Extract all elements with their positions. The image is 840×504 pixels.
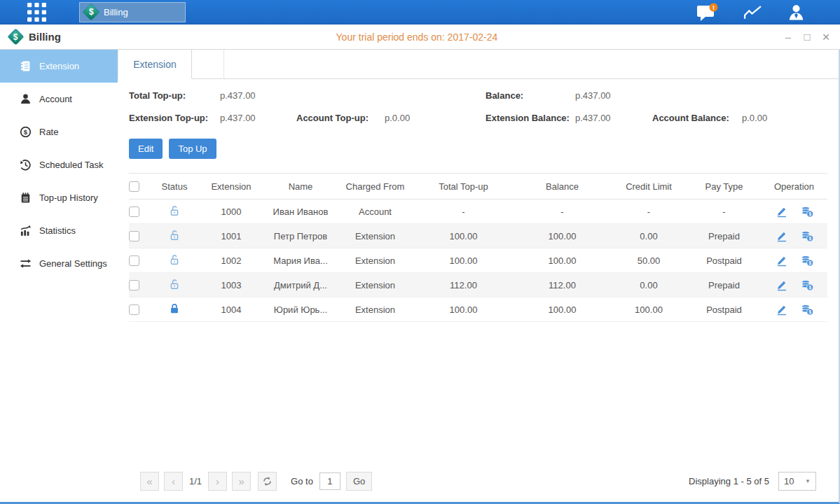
table-row: 1004Юрий Юрь...Extension100.00100.00100.… bbox=[129, 298, 827, 322]
prev-page-button[interactable]: ‹ bbox=[164, 472, 183, 491]
column-header-balance: Balance bbox=[514, 174, 610, 200]
table-row: 1002Мария Ива...Extension100.00100.0050.… bbox=[129, 248, 827, 273]
lock-closed-icon[interactable] bbox=[168, 302, 181, 315]
lock-open-icon[interactable] bbox=[168, 253, 181, 266]
edit-pencil-icon[interactable] bbox=[776, 230, 788, 242]
summary-panel: Total Top-up: p.437.00 Balance: p.437.00… bbox=[129, 90, 827, 123]
sidebar-item-label: Rate bbox=[39, 127, 58, 137]
page-size-select[interactable]: 10 ▼ bbox=[778, 472, 816, 491]
next-page-button[interactable]: › bbox=[208, 472, 227, 491]
minimize-icon[interactable]: – bbox=[783, 31, 794, 42]
taskbar-tab-billing[interactable]: $ Billing bbox=[79, 2, 186, 22]
notifications-chat-icon[interactable]: ! bbox=[696, 3, 718, 22]
topup-coins-icon[interactable]: $ bbox=[801, 304, 813, 316]
cell-pay-type: Postpaid bbox=[687, 298, 761, 322]
sidebar-item-general-settings[interactable]: General Settings bbox=[0, 247, 118, 280]
window-controls: – □ × bbox=[783, 30, 832, 43]
tab-extension[interactable]: Extension bbox=[118, 50, 192, 79]
billing-diamond-icon: $ bbox=[82, 3, 99, 20]
last-page-button[interactable]: » bbox=[232, 472, 251, 491]
statistics-chart-icon[interactable] bbox=[743, 4, 762, 20]
lock-open-icon[interactable] bbox=[168, 278, 181, 290]
table-row: 1000Иван ИвановAccount----$ bbox=[129, 200, 827, 224]
cell-charged-from: Extension bbox=[338, 273, 413, 298]
select-all-checkbox[interactable] bbox=[129, 181, 139, 192]
cell-total-topup: 100.00 bbox=[413, 298, 514, 322]
chevron-down-icon: ▼ bbox=[805, 478, 811, 484]
column-header-total-top-up: Total Top-up bbox=[413, 174, 514, 200]
column-header-pay-type: Pay Type bbox=[687, 174, 761, 200]
cell-pay-type: Prepaid bbox=[687, 224, 761, 248]
edit-pencil-icon[interactable] bbox=[776, 206, 788, 218]
account-balance-value: p.0.00 bbox=[742, 113, 827, 123]
user-account-icon[interactable] bbox=[787, 4, 805, 20]
app-screen: $ Billing ! bbox=[0, 0, 840, 504]
tab-extension-label: Extension bbox=[133, 59, 176, 70]
edit-pencil-icon[interactable] bbox=[776, 255, 788, 267]
cell-operation: $ bbox=[761, 200, 827, 224]
row-checkbox[interactable] bbox=[129, 255, 139, 266]
cell-credit-limit: 50.00 bbox=[610, 248, 687, 273]
cell-extension: 1004 bbox=[199, 298, 263, 322]
row-checkbox[interactable] bbox=[129, 231, 139, 241]
cell-total-topup: 112.00 bbox=[413, 273, 514, 298]
goto-label: Go to bbox=[291, 476, 313, 486]
page-size-value: 10 bbox=[784, 476, 794, 486]
apps-grid-icon[interactable] bbox=[27, 2, 46, 22]
account-topup-label: Account Top-up: bbox=[296, 113, 385, 123]
extension-balance-label: Extension Balance: bbox=[486, 113, 575, 123]
sidebar-item-label: Statistics bbox=[39, 225, 76, 236]
lock-open-icon[interactable] bbox=[168, 204, 181, 217]
balance-value: p.437.00 bbox=[575, 90, 652, 101]
go-button[interactable]: Go bbox=[346, 472, 372, 491]
maximize-icon[interactable]: □ bbox=[801, 31, 813, 42]
sidebar-item-statistics[interactable]: Statistics bbox=[0, 214, 118, 247]
trial-notice: Your trial period ends on: 2017-02-24 bbox=[336, 24, 498, 49]
sidebar-item-top-up-history[interactable]: Top-up History bbox=[0, 181, 118, 214]
window-titlebar: $ Billing Your trial period ends on: 201… bbox=[0, 24, 840, 50]
sidebar-item-extension[interactable]: Extension bbox=[0, 50, 118, 83]
balance-label: Balance: bbox=[486, 90, 575, 101]
goto-page-input[interactable] bbox=[319, 472, 340, 490]
column-header-extension: Extension bbox=[199, 174, 263, 200]
clock-icon bbox=[20, 159, 32, 171]
svg-text:$: $ bbox=[808, 211, 811, 216]
sidebar-item-label: General Settings bbox=[39, 258, 107, 269]
cell-charged-from: Extension bbox=[338, 248, 413, 273]
ledger-icon bbox=[20, 60, 32, 72]
cell-total-topup: 100.00 bbox=[413, 224, 514, 248]
sidebar-item-scheduled-task[interactable]: Scheduled Task bbox=[0, 148, 118, 181]
cell-extension: 1003 bbox=[199, 273, 263, 298]
row-checkbox[interactable] bbox=[129, 206, 139, 217]
notepad-icon bbox=[20, 192, 32, 204]
cell-total-topup: - bbox=[413, 200, 514, 224]
lock-open-icon[interactable] bbox=[168, 229, 181, 241]
sidebar-item-rate[interactable]: $Rate bbox=[0, 115, 118, 148]
cell-name: Юрий Юрь... bbox=[263, 298, 338, 322]
edit-pencil-icon[interactable] bbox=[776, 279, 788, 291]
taskbar-right-icons: ! bbox=[696, 3, 805, 22]
close-icon[interactable]: × bbox=[820, 30, 832, 43]
row-checkbox[interactable] bbox=[129, 280, 139, 290]
row-checkbox[interactable] bbox=[129, 304, 139, 315]
pagination-bar: « ‹ 1/1 › » Go to Go bbox=[129, 470, 827, 502]
topup-coins-icon[interactable]: $ bbox=[801, 279, 813, 291]
total-topup-label: Total Top-up: bbox=[129, 90, 220, 101]
cell-pay-type: - bbox=[687, 200, 761, 224]
cell-balance: 100.00 bbox=[514, 248, 610, 273]
topup-coins-icon[interactable]: $ bbox=[801, 206, 813, 218]
window-body: ExtensionAccount$RateScheduled TaskTop-u… bbox=[0, 50, 840, 504]
cell-charged-from: Account bbox=[338, 200, 413, 224]
topup-coins-icon[interactable]: $ bbox=[801, 255, 813, 267]
topup-coins-icon[interactable]: $ bbox=[801, 230, 813, 242]
apps-grid-glyph bbox=[27, 3, 46, 22]
displaying-text: Displaying 1 - 5 of 5 bbox=[689, 476, 769, 486]
sidebar-item-account[interactable]: Account bbox=[0, 83, 118, 115]
edit-button[interactable]: Edit bbox=[129, 139, 163, 159]
edit-pencil-icon[interactable] bbox=[776, 304, 788, 316]
cell-pay-type: Postpaid bbox=[687, 248, 761, 273]
first-page-button[interactable]: « bbox=[140, 472, 159, 491]
content-area: Total Top-up: p.437.00 Balance: p.437.00… bbox=[118, 79, 839, 502]
topup-button[interactable]: Top Up bbox=[169, 139, 216, 159]
refresh-button[interactable] bbox=[258, 472, 277, 491]
